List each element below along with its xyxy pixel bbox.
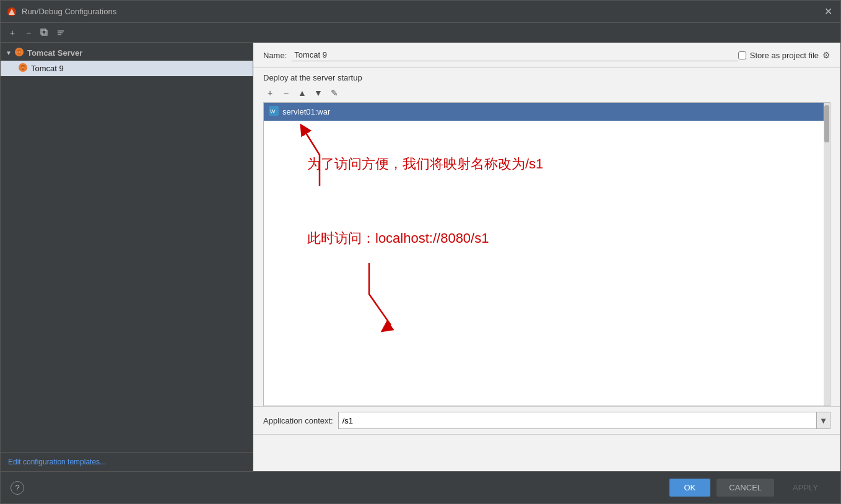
deploy-list-item[interactable]: W servlet01:war xyxy=(264,103,830,121)
app-context-input-wrap: ▼ xyxy=(338,412,830,429)
ok-button[interactable]: OK xyxy=(669,479,711,497)
svg-rect-2 xyxy=(42,30,47,35)
svg-point-10 xyxy=(18,51,20,53)
tomcat9-item[interactable]: Tomcat 9 xyxy=(1,61,253,76)
help-button[interactable]: ? xyxy=(11,481,24,495)
left-panel: ▼ Tomcat Server xyxy=(1,43,253,471)
app-context-dropdown-button[interactable]: ▼ xyxy=(816,412,830,428)
deploy-edit-button[interactable]: ✎ xyxy=(328,86,341,100)
run-debug-dialog: Run/Debug Configurations ✕ + − xyxy=(0,0,841,504)
tomcat9-label: Tomcat 9 xyxy=(31,64,64,73)
right-panel: Name: Store as project file ⚙ Deploy at … xyxy=(253,43,840,471)
svg-point-14 xyxy=(22,67,24,69)
deploy-toolbar: + − ▲ ▼ ✎ xyxy=(263,86,830,100)
annotation-text-2: 此时访问：localhost://8080/s1 xyxy=(307,229,489,248)
add-configuration-button[interactable]: + xyxy=(6,26,19,40)
deploy-item-label: servlet01:war xyxy=(282,107,330,116)
annotation-text-1: 为了访问方便，我们将映射名称改为/s1 xyxy=(307,155,543,173)
title-bar: Run/Debug Configurations ✕ xyxy=(1,1,840,23)
name-label: Name: xyxy=(263,51,287,60)
svg-text:W: W xyxy=(270,108,276,115)
app-context-input[interactable] xyxy=(339,414,816,428)
store-project-file-section: Store as project file ⚙ xyxy=(738,50,830,60)
deploy-up-button[interactable]: ▲ xyxy=(295,86,309,100)
dialog-title: Run/Debug Configurations xyxy=(22,7,822,16)
action-buttons: OK CANCEL APPLY xyxy=(669,479,831,497)
tomcat9-icon xyxy=(18,63,28,74)
tomcat-server-label: Tomcat Server xyxy=(27,48,82,58)
tomcat-server-group[interactable]: ▼ Tomcat Server xyxy=(1,45,253,61)
main-toolbar: + − xyxy=(1,23,840,43)
name-input[interactable] xyxy=(292,49,738,61)
annotation-area: 为了访问方便，我们将映射名称改为/s1 此时访问：localhost://808… xyxy=(264,121,830,344)
sort-button[interactable] xyxy=(54,26,68,40)
expand-chevron: ▼ xyxy=(6,50,12,56)
configuration-tree: ▼ Tomcat Server xyxy=(1,43,253,452)
svg-rect-3 xyxy=(41,29,46,34)
servlet-icon: W xyxy=(269,106,279,118)
copy-configuration-button[interactable] xyxy=(38,26,51,40)
config-header: Name: Store as project file ⚙ xyxy=(253,43,840,68)
dialog-icon xyxy=(7,7,17,17)
content-area: ▼ Tomcat Server xyxy=(1,43,840,471)
close-button[interactable]: ✕ xyxy=(822,6,834,17)
bottom-bar: ? OK CANCEL APPLY xyxy=(1,471,840,503)
tomcat-server-icon xyxy=(14,47,24,59)
cancel-button[interactable]: CANCEL xyxy=(717,479,774,497)
deploy-label: Deploy at the server startup xyxy=(263,73,830,82)
remove-configuration-button[interactable]: − xyxy=(22,26,35,40)
store-project-file-checkbox[interactable] xyxy=(738,51,746,59)
app-context-label: Application context: xyxy=(263,416,333,425)
deploy-add-button[interactable]: + xyxy=(263,86,277,100)
apply-button[interactable]: APPLY xyxy=(780,479,830,497)
store-project-file-label: Store as project file xyxy=(750,51,819,60)
deploy-list-container: W servlet01:war xyxy=(263,102,830,406)
gear-button[interactable]: ⚙ xyxy=(822,50,830,60)
app-context-row: Application context: ▼ xyxy=(253,406,840,434)
deploy-remove-button[interactable]: − xyxy=(279,86,293,100)
arrow-down-svg xyxy=(357,263,419,337)
edit-templates-link[interactable]: Edit configuration templates... xyxy=(1,452,253,471)
deploy-list-scrollbar[interactable] xyxy=(824,103,830,406)
deploy-down-button[interactable]: ▼ xyxy=(312,86,325,100)
scrollbar-thumb xyxy=(824,105,829,142)
deploy-section: Deploy at the server startup + − ▲ ▼ ✎ xyxy=(253,68,840,406)
bottom-spacer xyxy=(253,434,840,471)
